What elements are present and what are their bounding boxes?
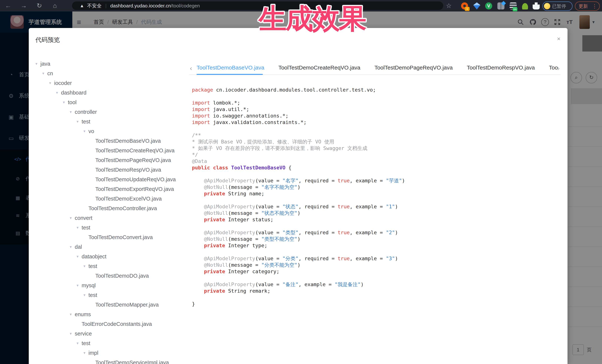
tree-node-file[interactable]: ToolTestDemoConvert.java <box>35 232 186 242</box>
tree-node-label: test <box>82 340 90 346</box>
tree-caret-icon[interactable]: ▾ <box>77 119 82 124</box>
tree-node-dir[interactable]: ▾service <box>35 329 186 338</box>
tree-node-label: ToolTestDemoExportReqVO.java <box>95 186 174 192</box>
reload-icon[interactable]: ↻ <box>34 0 45 11</box>
tree-caret-icon[interactable]: ▾ <box>42 71 47 76</box>
tree-caret-icon[interactable]: ▾ <box>70 331 75 336</box>
code-line: @ApiModelProperty(value = "名字", required… <box>192 177 561 184</box>
tree-node-dir[interactable]: ▾dashboard <box>35 88 186 97</box>
profile-paused-pill[interactable]: 已暂停 <box>542 1 572 11</box>
code-line: public class ToolTestDemoBaseVO { <box>192 164 561 171</box>
tree-caret-icon[interactable]: ▾ <box>56 90 61 95</box>
code-line: * 如果子 VO 存在差异的字段，请不要添加到这里，影响 Swagger 文档生… <box>192 145 561 151</box>
code-line: import javax.validation.constraints.*; <box>192 119 561 125</box>
extension-list-icon[interactable]: on <box>510 2 517 10</box>
tree-caret-icon[interactable]: ▾ <box>70 245 75 249</box>
tree-node-file[interactable]: ToolTestDemoPageReqVO.java <box>35 155 186 165</box>
tree-caret-icon[interactable]: ▾ <box>84 264 88 268</box>
tree-node-dir[interactable]: ▾test <box>35 290 186 300</box>
tab-ToolTestDemoCreateReqVO.java[interactable]: ToolTestDemoCreateReqVO.java <box>271 62 367 74</box>
code-line: @ApiModelProperty(value = "分类", required… <box>192 255 561 262</box>
tree-node-dir[interactable]: ▾tool <box>35 97 186 107</box>
screen: ← → ↻ ⌂ ▲ 不安全 | dashboard.yudao.iocoder.… <box>0 0 602 364</box>
tree-caret-icon[interactable]: ▾ <box>70 110 75 114</box>
extension-grid-icon[interactable] <box>497 2 505 10</box>
tree-node-dir[interactable]: ▾impl <box>35 348 186 358</box>
extension-gem-icon[interactable] <box>473 2 480 10</box>
tree-node-file[interactable]: ToolTestDemoUpdateReqVO.java <box>35 175 186 184</box>
tree-node-file[interactable]: ToolTestDemoBaseVO.java <box>35 136 186 146</box>
tree-node-dir[interactable]: ▾cn <box>35 69 186 78</box>
tree-caret-icon[interactable]: ▾ <box>84 351 88 355</box>
tree-caret-icon[interactable]: ▾ <box>63 100 68 104</box>
tree-node-label: dataobject <box>82 254 107 260</box>
url-path: /tool/codegen <box>171 3 200 9</box>
tree-node-dir[interactable]: ▾test <box>35 338 186 348</box>
tree-node-dir[interactable]: ▾controller <box>35 107 186 117</box>
tree-caret-icon[interactable]: ▾ <box>77 254 82 259</box>
tabs-scroll-right-icon[interactable]: › <box>558 64 559 72</box>
security-warning-icon[interactable]: ▲ <box>80 3 84 8</box>
tree-node-file[interactable]: ToolTestDemoMapper.java <box>35 300 186 310</box>
code-line: private Integer category; <box>192 268 561 275</box>
home-icon[interactable]: ⌂ <box>49 0 60 11</box>
tree-node-dir[interactable]: ▾test <box>35 223 186 232</box>
tab-ToolTestDemoBaseVO.java[interactable]: ToolTestDemoBaseVO.java <box>197 62 271 74</box>
tree-node-file[interactable]: ToolTestDemoCreateReqVO.java <box>35 146 186 155</box>
tree-node-dir[interactable]: ▾vo <box>35 126 186 136</box>
tabs-scroll-left-icon[interactable]: ‹ <box>190 64 192 72</box>
tree-node-label: service <box>75 331 92 337</box>
tree-caret-icon[interactable]: ▾ <box>70 312 75 317</box>
tree-caret-icon[interactable]: ▾ <box>70 216 75 220</box>
extension-on-badge: on <box>513 7 517 11</box>
tree-caret-icon[interactable]: ▾ <box>77 341 82 345</box>
url-bar[interactable]: ▲ 不安全 | dashboard.yudao.iocoder.cn/tool/… <box>72 1 443 10</box>
tree-node-file[interactable]: ToolTestDemoController.java <box>35 204 186 213</box>
tree-caret-icon[interactable]: ▾ <box>84 293 88 297</box>
tree-node-label: mysql <box>82 282 96 289</box>
tree-node-dir[interactable]: ▾enums <box>35 310 186 319</box>
tree-node-dir[interactable]: ▾dal <box>35 242 186 252</box>
tree-caret-icon[interactable]: ▾ <box>35 62 40 66</box>
tree-caret-icon[interactable]: ▾ <box>77 283 82 288</box>
tab-ToolTestDemoRespVO.java[interactable]: ToolTestDemoRespVO.java <box>460 62 542 74</box>
code-line: import lombok.*; <box>192 100 561 106</box>
tree-caret-icon[interactable]: ▾ <box>49 81 54 85</box>
back-icon[interactable]: ← <box>3 0 14 11</box>
tree-node-file[interactable]: ToolTestDemoDO.java <box>35 271 186 281</box>
extension-orange-icon[interactable]: 1 <box>461 2 468 10</box>
tab-ToolTestDemoPageReqVO.java[interactable]: ToolTestDemoPageReqVO.java <box>367 62 460 74</box>
tree-node-file[interactable]: ToolTestDemoRespVO.java <box>35 165 186 175</box>
url-host[interactable]: dashboard.yudao.iocoder.cn <box>110 3 171 9</box>
tree-node-file[interactable]: ToolTestDemoServiceImpl.java <box>35 358 186 364</box>
code-line: private Integer type; <box>192 242 561 249</box>
code-viewer[interactable]: package cn.iocoder.dashboard.modules.too… <box>192 87 561 363</box>
tree-caret-icon[interactable]: ▾ <box>77 225 82 230</box>
tab-ToolTe[interactable]: ToolTe <box>542 62 558 74</box>
browser-update-button[interactable]: 更新 ⋮ <box>575 1 600 11</box>
tree-node-dir[interactable]: ▾mysql <box>35 281 186 290</box>
extension-badge: 1 <box>465 7 470 11</box>
code-line <box>192 249 561 255</box>
tree-node-dir[interactable]: ▾test <box>35 261 186 271</box>
tree-node-dir[interactable]: ▾java <box>35 59 186 69</box>
extension-grid-diamond <box>501 1 506 6</box>
close-icon[interactable]: × <box>557 35 560 42</box>
tree-node-file[interactable]: ToolTestDemoExcelVO.java <box>35 194 186 204</box>
forward-icon[interactable]: → <box>18 0 29 11</box>
tree-node-dir[interactable]: ▾iocoder <box>35 78 186 88</box>
tree-caret-icon[interactable]: ▾ <box>84 129 88 134</box>
security-label[interactable]: 不安全 <box>87 3 102 9</box>
code-line: @Data <box>192 158 561 164</box>
extensions-puzzle-icon[interactable] <box>533 2 540 10</box>
tree-node-file[interactable]: ToolErrorCodeConstants.java <box>35 319 186 329</box>
tree-node-file[interactable]: ToolTestDemoExportReqVO.java <box>35 184 186 194</box>
tree-node-dir[interactable]: ▾test <box>35 117 186 126</box>
browser-menu-dots-icon[interactable]: ⋮ <box>592 3 597 9</box>
code-preview-modal: 代码预览 × ▾java▾cn▾iocoder▾dashboard▾tool▾c… <box>29 28 568 364</box>
extension-v-icon[interactable]: V <box>485 2 492 10</box>
bookmark-star-icon[interactable]: ☆ <box>443 0 454 11</box>
tree-node-dir[interactable]: ▾convert <box>35 213 186 223</box>
extension-plant-icon[interactable] <box>522 2 528 10</box>
tree-node-dir[interactable]: ▾dataobject <box>35 252 186 261</box>
